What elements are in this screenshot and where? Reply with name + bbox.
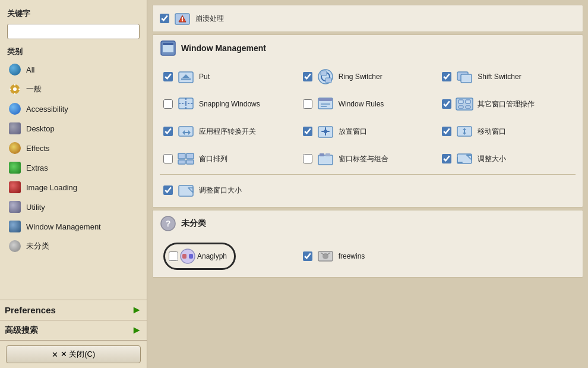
- freewins-icon: [316, 247, 335, 266]
- move-checkbox[interactable]: [442, 127, 451, 136]
- winmgmt-grid: Put Ring Switcher: [160, 65, 576, 171]
- anaglyph-highlight: Anaglyph: [163, 243, 236, 270]
- svg-rect-2: [14, 84, 15, 86]
- plugin-item-freewins: freewins: [299, 240, 437, 272]
- snap-icon: [176, 95, 195, 114]
- resize2-checkbox[interactable]: [163, 185, 173, 195]
- appswitch-icon: [176, 122, 195, 141]
- move-name: 移动窗口: [478, 127, 506, 137]
- unknown-icon: [8, 240, 21, 253]
- anaglyph-name: Anaglyph: [197, 252, 227, 260]
- preferences-arrow-icon[interactable]: ►: [131, 304, 142, 316]
- sidebar-item-effects[interactable]: Effects: [2, 139, 144, 158]
- place-checkbox[interactable]: [303, 127, 312, 136]
- unclassified-grid: Anaglyph freewins: [160, 240, 576, 272]
- sidebar-item-extras[interactable]: Extras: [2, 158, 144, 177]
- shift-checkbox[interactable]: [442, 72, 451, 81]
- tabs-checkbox[interactable]: [303, 154, 312, 163]
- winmgmt-icon: [8, 220, 21, 233]
- sidebar-item-imageloading[interactable]: Image Loading: [2, 178, 144, 197]
- rules-name: Window Rules: [339, 100, 384, 108]
- sidebar-item-winmgmt[interactable]: Window Management: [2, 217, 144, 236]
- svg-point-35: [324, 130, 327, 133]
- sidebar-item-utility[interactable]: Utility: [2, 197, 144, 216]
- plugin-item-place: 放置窗口: [299, 119, 437, 143]
- svg-rect-31: [459, 106, 463, 108]
- sidebar-item-desktop[interactable]: Desktop: [2, 119, 144, 138]
- arrange-checkbox[interactable]: [163, 154, 173, 163]
- snap-name: Snapping Windows: [199, 100, 260, 108]
- utility-icon: [8, 200, 21, 213]
- svg-rect-25: [318, 98, 333, 101]
- other-icon: [455, 95, 474, 114]
- advanced-search-section: 高级搜索 ►: [0, 320, 147, 340]
- plugin-item-other: 其它窗口管理操作: [438, 92, 576, 116]
- svg-rect-50: [182, 254, 186, 259]
- crash-checkbox[interactable]: [160, 14, 169, 23]
- ring-name: Ring Switcher: [339, 73, 382, 81]
- ring-icon: [316, 67, 335, 86]
- plugin-item-appswitch: 应用程序转换开关: [160, 119, 297, 143]
- put-name: Put: [199, 73, 210, 81]
- plugin-item-resize2: 调整窗口大小: [160, 178, 576, 202]
- put-checkbox[interactable]: [163, 72, 173, 81]
- snap-checkbox[interactable]: [163, 99, 173, 109]
- put-icon: [176, 67, 195, 86]
- plugin-item-put: Put: [160, 65, 297, 89]
- appswitch-checkbox[interactable]: [163, 127, 173, 136]
- nav-label-accessibility: Accessibility: [26, 105, 68, 114]
- ring-checkbox[interactable]: [303, 72, 312, 81]
- svg-rect-5: [18, 89, 20, 90]
- shift-icon: [455, 67, 474, 86]
- nav-label-winmgmt: Window Management: [26, 222, 101, 231]
- accessibility-icon: [8, 102, 21, 115]
- svg-rect-40: [186, 160, 194, 164]
- resize-checkbox[interactable]: [442, 154, 451, 163]
- unclassified-section: ? 未分类: [152, 210, 583, 278]
- svg-rect-51: [189, 254, 193, 259]
- extras-icon: [8, 161, 21, 174]
- sidebar-item-accessibility[interactable]: Accessibility: [2, 99, 144, 118]
- freewins-checkbox[interactable]: [303, 251, 312, 261]
- unclassified-section-icon: ?: [160, 215, 176, 232]
- other-checkbox[interactable]: [442, 99, 451, 109]
- preferences-section: Preferences ►: [0, 300, 147, 320]
- freewins-name: freewins: [339, 252, 365, 260]
- main-content: 崩溃处理 Window Management: [147, 0, 588, 368]
- close-btn-section: ✕ ✕ 关闭(C): [0, 340, 147, 368]
- svg-rect-11: [163, 44, 173, 52]
- winmgmt-section: Window Management Put: [152, 34, 583, 207]
- anaglyph-checkbox[interactable]: [169, 251, 178, 261]
- svg-rect-4: [10, 89, 11, 90]
- nav-label-desktop: Desktop: [26, 124, 55, 133]
- svg-rect-29: [459, 100, 463, 103]
- sidebar-item-general[interactable]: 一般: [2, 80, 144, 99]
- resize-icon: [455, 149, 474, 168]
- keyword-label: 关键字: [0, 5, 147, 21]
- plugin-item-ring: Ring Switcher: [299, 65, 437, 89]
- advanced-search-arrow-icon[interactable]: ►: [131, 324, 142, 336]
- sidebar-item-all[interactable]: All: [2, 60, 144, 79]
- crash-name: 崩溃处理: [195, 14, 224, 24]
- imageloading-icon: [8, 181, 21, 194]
- svg-rect-12: [163, 43, 173, 45]
- svg-rect-3: [14, 93, 15, 95]
- sidebar-item-unknown[interactable]: 未分类: [2, 237, 144, 256]
- unclassified-title: 未分类: [181, 218, 206, 229]
- close-button[interactable]: ✕ ✕ 关闭(C): [6, 345, 141, 363]
- search-input[interactable]: [7, 24, 140, 39]
- plugin-item-rules: Window Rules: [299, 92, 437, 116]
- content-scroll[interactable]: 崩溃处理 Window Management: [147, 0, 588, 368]
- resize2-icon: [176, 181, 195, 200]
- place-name: 放置窗口: [339, 127, 367, 137]
- svg-rect-33: [179, 127, 193, 136]
- nav-label-general: 一般: [26, 84, 42, 95]
- place-icon: [316, 122, 335, 141]
- preferences-label: Preferences: [5, 305, 56, 315]
- resize2-name: 调整窗口大小: [199, 185, 242, 196]
- winmgmt-section-icon: [160, 40, 176, 56]
- rules-checkbox[interactable]: [303, 99, 312, 109]
- svg-rect-8: [182, 17, 183, 20]
- svg-rect-42: [320, 153, 324, 156]
- svg-text:?: ?: [166, 219, 171, 228]
